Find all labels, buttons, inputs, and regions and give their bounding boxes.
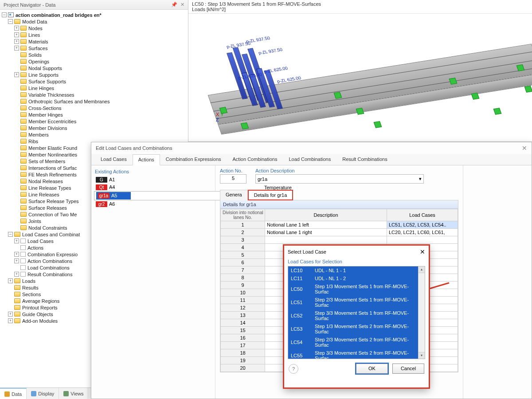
load-case-item[interactable]: LC11UDL - NL 1 - 2 xyxy=(288,274,425,282)
load-case-item[interactable]: LC52Step 3/3 Movement Sets 1 from RF-MOV… xyxy=(288,309,425,322)
tree-item[interactable]: Surface Supports xyxy=(2,78,188,85)
scrollbar[interactable]: ▴ ▾ xyxy=(418,266,425,359)
subtab-general[interactable]: Genera xyxy=(220,190,248,200)
popup-titlebar[interactable]: Select Load Case ✕ xyxy=(284,246,429,258)
load-case-item[interactable]: LC10UDL - NL 1 - 1 xyxy=(288,266,425,274)
folder-icon xyxy=(20,52,27,57)
action-no-input[interactable]: 5 xyxy=(220,174,246,184)
expander-icon[interactable]: + xyxy=(14,32,19,37)
folder-icon xyxy=(20,66,27,70)
tree-item[interactable]: +Materials xyxy=(2,38,188,45)
tree-item[interactable]: Member Eccentricities xyxy=(2,118,188,125)
expander-icon[interactable]: + xyxy=(14,272,19,277)
grid-row[interactable]: 1Notional Lane 1 leftLC51, LC52, LC53, L… xyxy=(221,221,458,229)
tree-item[interactable]: +Line Supports xyxy=(2,71,188,78)
tree-item[interactable]: Member Hinges xyxy=(2,111,188,118)
expander-icon[interactable]: – xyxy=(2,12,7,17)
folder-icon xyxy=(8,12,14,17)
folder-icon xyxy=(20,199,27,203)
expander-icon[interactable]: + xyxy=(14,239,19,243)
tab-actions[interactable]: Actions xyxy=(133,154,160,165)
close-icon[interactable]: ✕ xyxy=(420,248,425,255)
action-description-select[interactable]: gr1a ▾ xyxy=(255,174,424,184)
folder-icon xyxy=(20,26,27,31)
folder-icon xyxy=(20,185,27,190)
scroll-down-icon[interactable]: ▾ xyxy=(419,352,425,359)
folder-icon xyxy=(20,59,27,64)
folder-icon xyxy=(14,312,20,317)
expander-icon[interactable]: – xyxy=(8,232,13,237)
existing-actions-label: Existing Actions xyxy=(95,169,212,174)
folder-icon xyxy=(20,205,27,210)
tree-item[interactable]: –action combination_road bridges en* xyxy=(2,12,188,18)
help-button[interactable]: ? xyxy=(289,364,298,374)
expander-icon[interactable]: + xyxy=(8,312,13,317)
subtab-details[interactable]: Details for gr1a xyxy=(248,190,293,200)
tab-action-combinations[interactable]: Action Combinations xyxy=(227,154,283,165)
navigator-tab-data[interactable]: Data xyxy=(0,388,27,399)
folder-icon xyxy=(20,106,27,110)
folder-icon xyxy=(20,172,27,177)
folder-icon xyxy=(20,225,27,230)
expander-icon[interactable]: + xyxy=(14,39,19,44)
ok-button[interactable]: OK xyxy=(356,364,388,374)
load-case-item[interactable]: LC54Step 2/3 Movement Sets 2 from RF-MOV… xyxy=(288,336,425,349)
dialog-title: Edit Load Cases and Combinations xyxy=(96,145,172,151)
tree-item[interactable]: Cross-Sections xyxy=(2,105,188,111)
viewport-canvas[interactable]: p-ZL 937.50 p-ZL 937.50 p-ZL 937.50 p-ZL… xyxy=(188,15,532,141)
tree-item[interactable]: Orthotropic Surfaces and Membranes xyxy=(2,98,188,105)
dialog-titlebar[interactable]: Edit Load Cases and Combinations ✕ xyxy=(91,142,532,154)
expander-icon[interactable]: + xyxy=(8,318,13,323)
tree-item[interactable]: Members xyxy=(2,131,188,138)
tab-load-cases[interactable]: Load Cases xyxy=(95,154,133,165)
tree-item[interactable]: +Surfaces xyxy=(2,45,188,51)
popup-group-label: Load Cases for Selection xyxy=(284,258,429,266)
pin-icon[interactable]: 📌 xyxy=(171,2,177,7)
tree-item[interactable]: Solids xyxy=(2,51,188,58)
folder-icon xyxy=(20,32,27,37)
tab-result-combinations[interactable]: Result Combinations xyxy=(336,154,393,165)
tree-item[interactable]: +Lines xyxy=(2,31,188,38)
axis-triad: X Y Z xyxy=(216,112,223,122)
cancel-button[interactable]: Cancel xyxy=(392,364,424,374)
grid-row[interactable]: 3 xyxy=(221,236,458,244)
tree-item[interactable]: +Nodes xyxy=(2,25,188,31)
expander-icon[interactable]: – xyxy=(8,19,13,24)
folder-icon xyxy=(20,119,27,124)
dialog-tabs: Load CasesActionsCombination Expressions… xyxy=(91,154,532,165)
load-case-item[interactable]: LC51Step 2/3 Movement Sets 1 from RF-MOV… xyxy=(288,296,425,309)
close-icon[interactable]: ✕ xyxy=(522,145,527,152)
scroll-up-icon[interactable]: ▴ xyxy=(419,266,425,273)
expander-icon[interactable]: + xyxy=(14,258,19,263)
navigator-tab-views[interactable]: Views xyxy=(59,388,88,399)
expander-icon[interactable]: + xyxy=(8,278,13,283)
tree-item[interactable]: Nodal Supports xyxy=(2,65,188,71)
close-icon[interactable]: ✕ xyxy=(180,2,184,7)
tree-item[interactable]: –Model Data xyxy=(2,18,188,25)
tab-load-combinations[interactable]: Load Combinations xyxy=(283,154,336,165)
grid-row[interactable]: 2Notional Lane 1 rightLC20, LC21, LC60, … xyxy=(221,229,458,236)
expander-icon[interactable]: + xyxy=(14,252,19,257)
expander-icon[interactable]: + xyxy=(14,26,19,31)
load-case-item[interactable]: LC53Step 1/3 Movement Sets 2 from RF-MOV… xyxy=(288,322,425,336)
navigator-tab-display[interactable]: Display xyxy=(27,388,59,399)
popup-title: Select Load Case xyxy=(288,249,326,254)
load-case-item[interactable]: LC55Step 3/3 Movement Sets 2 from RF-MOV… xyxy=(288,349,425,359)
folder-icon xyxy=(20,258,26,263)
load-case-item[interactable]: LC50Step 1/3 Movement Sets 1 from RF-MOV… xyxy=(288,282,425,296)
folder-icon xyxy=(14,19,20,24)
navigator-title: Project Navigator - Data xyxy=(4,2,55,8)
folder-icon xyxy=(20,165,27,170)
tree-item[interactable]: Variable Thicknesses xyxy=(2,91,188,98)
tree-item[interactable]: Line Hinges xyxy=(2,85,188,91)
tree-item[interactable]: Openings xyxy=(2,58,188,65)
model-viewport[interactable]: LC50 : Step 1/3 Movement Sets 1 from RF-… xyxy=(188,0,532,142)
tab-combination-expressions[interactable]: Combination Expressions xyxy=(160,154,227,165)
expander-icon[interactable]: + xyxy=(14,72,19,77)
chevron-down-icon: ▾ xyxy=(419,176,422,182)
folder-icon xyxy=(20,152,27,157)
load-case-listbox[interactable]: LC10UDL - NL 1 - 1LC11UDL - NL 1 - 2LC50… xyxy=(288,266,425,359)
tree-item[interactable]: Member Divisions xyxy=(2,125,188,131)
expander-icon[interactable]: + xyxy=(14,46,19,51)
viewport-title: LC50 : Step 1/3 Movement Sets 1 from RF-… xyxy=(188,0,532,14)
